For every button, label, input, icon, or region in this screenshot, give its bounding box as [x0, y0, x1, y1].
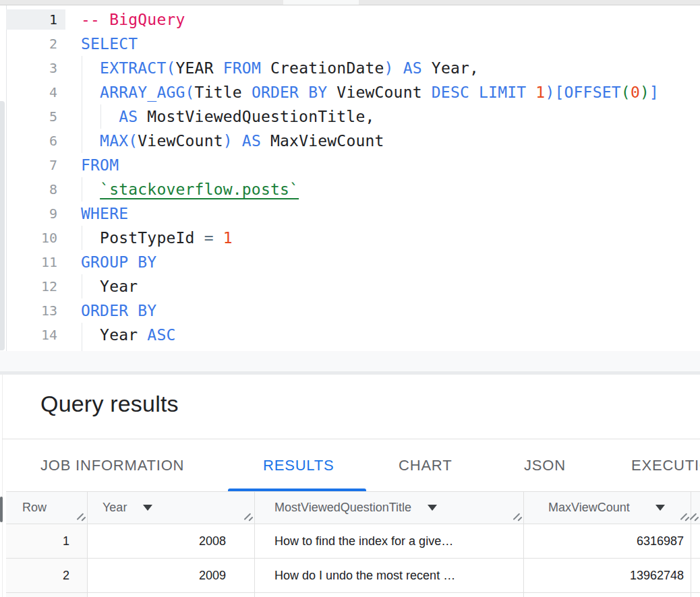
indent-guide: [82, 274, 82, 298]
code-line[interactable]: 13ORDER BY: [6, 298, 700, 323]
results-table: Row Year MostViewedQuestionTitle MaxView…: [6, 491, 700, 597]
editor-vscrollbar-thumb[interactable]: [0, 101, 5, 350]
line-number: 13: [6, 298, 57, 323]
sort-arrow-icon[interactable]: [428, 505, 437, 511]
editor-hscrollbar-track[interactable]: [0, 0, 700, 5]
cell-max-view-count: 6316987: [524, 524, 691, 559]
code-line[interactable]: 5 AS MostViewedQuestionTitle,: [6, 104, 700, 129]
column-resize-handle[interactable]: [243, 512, 253, 522]
indent-guide: [82, 323, 82, 352]
code-text: ORDER BY: [81, 298, 156, 323]
code-text: GROUP BY: [81, 250, 156, 274]
col-label: Year: [103, 501, 127, 515]
code-text: -- BigQuery: [81, 7, 185, 32]
col-label: MaxViewCount: [548, 501, 630, 515]
indent-guide: [82, 177, 82, 201]
code-lines: 1-- BigQuery2SELECT3 EXTRACT(YEAR FROM C…: [6, 7, 700, 347]
cell-overflow: [691, 559, 700, 593]
tab-job-information[interactable]: JOB INFORMATION: [40, 439, 184, 491]
col-header-most-viewed-question-title: MostViewedQuestionTitle: [255, 491, 524, 524]
cell-year: 2008: [88, 524, 255, 559]
indent-guide: [82, 56, 82, 153]
column-resize-handle[interactable]: [513, 512, 522, 522]
results-vscrollbar-thumb[interactable]: [0, 497, 3, 522]
column-resize-handle[interactable]: [689, 512, 699, 522]
results-tabbar: JOB INFORMATION RESULTS CHART JSON EXECU…: [0, 439, 700, 491]
cell-partial: [691, 593, 700, 597]
tab-chart[interactable]: CHART: [399, 439, 452, 491]
query-results-panel: Query results JOB INFORMATION RESULTS CH…: [0, 375, 700, 597]
line-number: 4: [6, 80, 57, 104]
code-line[interactable]: 11GROUP BY: [6, 250, 700, 274]
code-line[interactable]: 7FROM: [6, 153, 700, 177]
code-line[interactable]: 1-- BigQuery: [6, 7, 700, 32]
code-line[interactable]: 3 EXTRACT(YEAR FROM CreationDate) AS Yea…: [6, 56, 700, 80]
col-header-max-view-count: MaxViewCount: [524, 491, 691, 524]
tab-execution-details[interactable]: EXECUTION DETAILS: [631, 439, 700, 491]
panel-gap: [0, 351, 700, 371]
code-text: `stackoverflow.posts`: [81, 177, 299, 201]
line-number: 6: [6, 129, 57, 153]
code-text: FROM: [81, 153, 119, 177]
code-text: Year: [81, 274, 138, 298]
bigquery-console: { "colors":{ "kw":"#3b78e7","pln":"#2021…: [0, 0, 700, 597]
cell-title: How do I undo the most recent …: [255, 559, 524, 593]
line-number: 8: [6, 177, 57, 201]
sort-arrow-icon[interactable]: [143, 505, 152, 511]
code-text: EXTRACT(YEAR FROM CreationDate) AS Year,: [81, 56, 479, 80]
line-number: 1: [6, 7, 57, 32]
code-line[interactable]: 6 MAX(ViewCount) AS MaxViewCount: [6, 129, 700, 153]
col-header-year: Year: [88, 491, 255, 524]
column-resize-handle[interactable]: [680, 512, 689, 522]
code-text: WHERE: [81, 201, 128, 226]
code-text: SELECT: [81, 32, 138, 56]
cell-row-number: 2: [6, 559, 88, 593]
code-text: MAX(ViewCount) AS MaxViewCount: [81, 129, 384, 153]
indent-guide: [100, 104, 101, 129]
col-label: MostViewedQuestionTitle: [274, 501, 411, 515]
code-line[interactable]: 4 ARRAY_AGG(Title ORDER BY ViewCount DES…: [6, 80, 700, 104]
line-number: 12: [6, 274, 57, 298]
cell-partial: [524, 593, 691, 597]
cell-max-view-count: 13962748: [524, 559, 691, 593]
tab-json[interactable]: JSON: [524, 439, 566, 491]
code-text: ARRAY_AGG(Title ORDER BY ViewCount DESC …: [81, 80, 659, 104]
column-resize-handle[interactable]: [76, 512, 86, 522]
code-line[interactable]: 12 Year: [6, 274, 700, 298]
code-line[interactable]: 9WHERE: [6, 201, 700, 226]
code-text: AS MostViewedQuestionTitle,: [81, 104, 375, 129]
cell-title: How to find the index for a give…: [255, 524, 524, 559]
query-results-title: Query results: [40, 391, 179, 417]
line-number: 14: [6, 323, 57, 347]
col-header-row: Row: [6, 491, 88, 524]
sql-editor[interactable]: 1-- BigQuery2SELECT3 EXTRACT(YEAR FROM C…: [0, 5, 700, 351]
code-line[interactable]: 10 PostTypeId = 1: [6, 226, 700, 250]
cell-partial: [255, 593, 524, 597]
cell-overflow: [691, 524, 700, 559]
code-line[interactable]: 8 `stackoverflow.posts`: [6, 177, 700, 201]
sort-arrow-icon[interactable]: [655, 505, 665, 511]
code-line[interactable]: 2SELECT: [6, 32, 700, 56]
code-line[interactable]: 14 Year ASC: [6, 323, 700, 347]
code-text: Year ASC: [81, 323, 176, 347]
line-number: 5: [6, 104, 57, 129]
line-number: 11: [6, 250, 57, 274]
cell-partial: [88, 593, 255, 597]
line-number: 9: [6, 201, 57, 226]
col-header-overflow: [691, 491, 700, 524]
cell-partial: [6, 593, 88, 597]
col-label: Row: [22, 501, 47, 515]
cell-year: 2009: [88, 559, 255, 593]
tab-results[interactable]: RESULTS: [263, 439, 334, 491]
line-number: 10: [6, 226, 57, 250]
code-text: PostTypeId = 1: [81, 226, 233, 250]
line-number: 3: [6, 56, 57, 80]
line-number: 7: [6, 153, 57, 177]
indent-guide: [82, 226, 82, 250]
line-number: 2: [6, 32, 57, 56]
editor-hscrollbar-thumb[interactable]: [283, 0, 359, 5]
cell-row-number: 1: [6, 524, 88, 559]
